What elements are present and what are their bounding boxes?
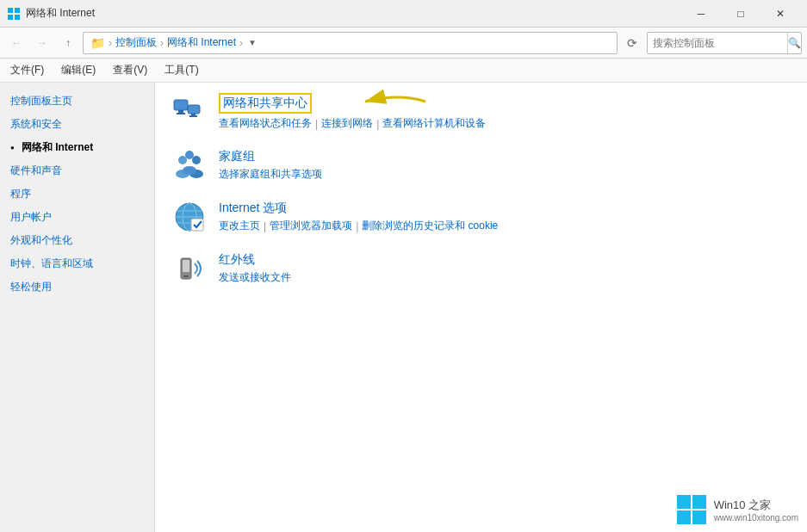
internet-options-title[interactable]: Internet 选项 — [219, 201, 287, 216]
menu-view[interactable]: 查看(V) — [106, 61, 154, 79]
breadcrumb-sep2: › — [160, 37, 164, 49]
link-manage-addons[interactable]: 管理浏览器加载项 — [270, 219, 352, 233]
sidebar-item-programs[interactable]: 程序 — [0, 182, 154, 206]
breadcrumb-item-2[interactable]: 网络和 Internet — [167, 35, 236, 50]
svg-rect-7 — [188, 105, 200, 114]
menu-tools[interactable]: 工具(T) — [158, 61, 205, 79]
homegroup-links: 选择家庭组和共享选项 — [219, 167, 322, 182]
up-button[interactable]: ↑ — [57, 32, 79, 54]
network-sharing-title[interactable]: 网络和共享中心 — [219, 93, 312, 114]
link-change-homepage[interactable]: 更改主页 — [219, 219, 260, 233]
sidebar-item-appearance[interactable]: 外观和个性化 — [0, 229, 154, 252]
svg-rect-3 — [15, 15, 20, 20]
svg-point-12 — [178, 156, 187, 164]
link-view-network-status[interactable]: 查看网络状态和任务 — [219, 116, 312, 131]
infrared-text: 红外线 发送或接收文件 — [219, 251, 291, 285]
svg-rect-29 — [677, 510, 691, 524]
addressbar: ← → ↑ 📁 › 控制面板 › 网络和 Internet › ▼ ⟳ 🔍 — [0, 28, 807, 59]
svg-rect-5 — [178, 110, 183, 113]
yellow-arrow — [357, 89, 434, 114]
window-title: 网络和 Internet — [26, 6, 681, 21]
infrared-title[interactable]: 红外线 — [219, 252, 255, 268]
refresh-button[interactable]: ⟳ — [621, 32, 643, 54]
network-sharing-icon — [172, 93, 207, 127]
internet-options-text: Internet 选项 更改主页 | 管理浏览器加载项 | 删除浏览的历史记录和… — [219, 200, 498, 233]
internet-options-links: 更改主页 | 管理浏览器加载项 | 删除浏览的历史记录和 cookie — [219, 219, 498, 233]
search-input[interactable] — [648, 37, 787, 49]
svg-point-14 — [185, 151, 194, 159]
sidebar-item-clock[interactable]: 时钟、语言和区域 — [0, 252, 154, 275]
svg-rect-25 — [183, 260, 189, 272]
sidebar-item-system[interactable]: 系统和安全 — [0, 113, 154, 136]
svg-rect-4 — [174, 100, 188, 110]
svg-rect-26 — [183, 275, 189, 277]
search-button[interactable]: 🔍 — [787, 32, 801, 54]
svg-rect-23 — [191, 219, 203, 231]
sidebar-item-hardware[interactable]: 硬件和声音 — [0, 159, 154, 182]
back-button[interactable]: ← — [5, 32, 28, 54]
close-button[interactable]: ✕ — [760, 0, 800, 28]
sidebar-item-controlpanel[interactable]: 控制面板主页 — [0, 90, 154, 113]
breadcrumb-folder-icon: 📁 — [90, 36, 105, 50]
homegroup-title[interactable]: 家庭组 — [219, 149, 255, 164]
address-bar[interactable]: 📁 › 控制面板 › 网络和 Internet › ▼ — [83, 32, 618, 54]
window-controls: ─ □ ✕ — [681, 0, 800, 28]
svg-rect-0 — [8, 8, 13, 13]
section-network-sharing: 网络和共享中心 查看网络状态和任务 | 连接到网络 — [172, 93, 790, 131]
svg-point-13 — [192, 156, 201, 164]
maximize-button[interactable]: □ — [721, 0, 760, 28]
svg-rect-9 — [189, 115, 197, 117]
section-internet-options: Internet 选项 更改主页 | 管理浏览器加载项 | 删除浏览的历史记录和… — [172, 200, 790, 234]
watermark-url: www.win10xitong.com — [714, 513, 798, 523]
breadcrumb-sep1: › — [109, 37, 112, 49]
sidebar-item-network[interactable]: 网络和 Internet — [0, 136, 154, 159]
window-icon — [7, 7, 21, 21]
search-box: 🔍 — [647, 32, 802, 54]
infrared-links: 发送或接收文件 — [219, 270, 291, 285]
link-delete-history[interactable]: 删除浏览的历史记录和 cookie — [362, 219, 498, 233]
breadcrumb-sep3: › — [239, 37, 243, 49]
link-connect-network[interactable]: 连接到网络 — [321, 116, 373, 131]
network-sharing-links: 查看网络状态和任务 | 连接到网络 | 查看网络计算机和设备 — [219, 116, 486, 131]
titlebar: 网络和 Internet ─ □ ✕ — [0, 0, 807, 28]
svg-point-17 — [183, 166, 196, 175]
svg-rect-2 — [8, 15, 13, 20]
section-infrared: 红外线 发送或接收文件 — [172, 251, 790, 286]
homegroup-text: 家庭组 选择家庭组和共享选项 — [219, 148, 322, 182]
svg-rect-30 — [692, 510, 706, 524]
watermark: Win10 之家 www.win10xitong.com — [676, 494, 798, 525]
menu-file[interactable]: 文件(F) — [3, 61, 51, 79]
address-dropdown-icon[interactable]: ▼ — [248, 38, 257, 47]
homegroup-icon — [172, 148, 207, 182]
svg-rect-1 — [15, 8, 20, 13]
svg-rect-8 — [191, 114, 196, 115]
svg-rect-28 — [692, 495, 706, 509]
svg-rect-27 — [677, 495, 691, 509]
windows-logo — [676, 494, 707, 525]
breadcrumb: 📁 › 控制面板 › 网络和 Internet › — [90, 35, 245, 50]
link-send-receive-files[interactable]: 发送或接收文件 — [219, 270, 291, 285]
main-area: 控制面板主页 系统和安全 网络和 Internet 硬件和声音 程序 用户帐户 … — [0, 83, 807, 532]
menu-edit[interactable]: 编辑(E) — [54, 61, 102, 79]
link-homegroup-options[interactable]: 选择家庭组和共享选项 — [219, 167, 322, 182]
watermark-info: Win10 之家 www.win10xitong.com — [714, 498, 798, 523]
content-area: 网络和共享中心 查看网络状态和任务 | 连接到网络 — [155, 83, 807, 532]
minimize-button[interactable]: ─ — [681, 0, 721, 28]
menubar: 文件(F) 编辑(E) 查看(V) 工具(T) — [0, 59, 807, 83]
infrared-icon — [172, 251, 207, 286]
forward-button[interactable]: → — [31, 32, 53, 54]
internet-options-icon — [172, 200, 207, 234]
svg-rect-6 — [177, 113, 185, 114]
network-sharing-text: 网络和共享中心 查看网络状态和任务 | 连接到网络 — [219, 93, 486, 131]
link-view-computers[interactable]: 查看网络计算机和设备 — [382, 116, 486, 131]
breadcrumb-item-1[interactable]: 控制面板 — [115, 35, 157, 50]
sidebar-item-ease[interactable]: 轻松使用 — [0, 275, 154, 299]
sidebar-item-users[interactable]: 用户帐户 — [0, 206, 154, 229]
section-homegroup: 家庭组 选择家庭组和共享选项 — [172, 148, 790, 182]
sidebar: 控制面板主页 系统和安全 网络和 Internet 硬件和声音 程序 用户帐户 … — [0, 83, 155, 532]
watermark-title: Win10 之家 — [714, 498, 798, 513]
